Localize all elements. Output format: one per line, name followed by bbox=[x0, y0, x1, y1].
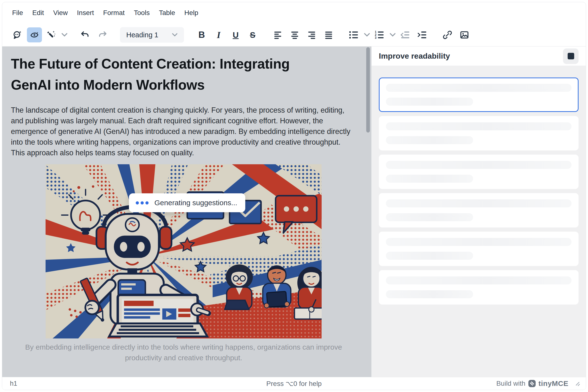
laptop-doodle bbox=[109, 295, 207, 336]
numbered-list-icon: 1 2 3 bbox=[374, 30, 385, 40]
ai-review-icon bbox=[30, 30, 39, 40]
bullet-list-button[interactable] bbox=[346, 28, 361, 42]
outdent-icon bbox=[400, 30, 410, 40]
redo-icon bbox=[98, 30, 107, 40]
numbered-list-button[interactable]: 1 2 3 bbox=[372, 28, 387, 42]
scrollbar-thumb[interactable] bbox=[366, 47, 370, 132]
branding: Build with tinyMCE bbox=[496, 380, 580, 388]
undo-button[interactable] bbox=[78, 28, 93, 42]
ai-review-button[interactable] bbox=[27, 28, 42, 42]
stop-generation-button[interactable] bbox=[563, 48, 578, 64]
menubar: File Edit View Insert Format Tools Table… bbox=[2, 2, 586, 24]
generating-label: Generating suggestions... bbox=[154, 199, 237, 207]
suggestion-skeleton-card[interactable] bbox=[379, 232, 578, 266]
align-right-button[interactable] bbox=[304, 28, 319, 42]
ai-chat-button[interactable] bbox=[10, 28, 25, 42]
generating-suggestions-toast: Generating suggestions... bbox=[129, 193, 245, 212]
svg-text:3: 3 bbox=[375, 36, 377, 40]
chevron-down-icon[interactable] bbox=[364, 33, 370, 37]
align-right-icon bbox=[307, 30, 317, 40]
sidebar-title: Improve readability bbox=[379, 52, 563, 60]
outdent-button[interactable] bbox=[398, 28, 413, 42]
strikethrough-button[interactable]: S bbox=[245, 28, 260, 42]
skeleton-bar bbox=[386, 84, 571, 92]
indent-button[interactable] bbox=[415, 28, 430, 42]
italic-button[interactable]: I bbox=[211, 28, 226, 42]
bold-button[interactable]: B bbox=[194, 28, 209, 42]
magic-wand-icon bbox=[47, 30, 56, 40]
align-center-button[interactable] bbox=[287, 28, 302, 42]
skeleton-bar bbox=[386, 98, 473, 106]
skeleton-bar bbox=[386, 175, 473, 183]
menu-file[interactable]: File bbox=[8, 6, 28, 20]
image-caption: By embedding intelligence directly into … bbox=[23, 342, 345, 363]
skeleton-bar bbox=[386, 252, 473, 260]
skeleton-bar bbox=[386, 276, 571, 284]
format-select-value: Heading 1 bbox=[126, 31, 158, 39]
image-icon bbox=[459, 30, 469, 40]
menu-tools[interactable]: Tools bbox=[129, 6, 154, 20]
skeleton-bar bbox=[386, 161, 571, 169]
menu-table[interactable]: Table bbox=[154, 6, 180, 20]
menu-help[interactable]: Help bbox=[180, 6, 203, 20]
brand-prefix: Build with bbox=[496, 380, 525, 388]
tinymce-logo-icon bbox=[528, 380, 536, 388]
align-justify-icon bbox=[324, 30, 333, 40]
document-figure: Generating suggestions... bbox=[46, 164, 322, 338]
editor-scrollbar bbox=[365, 46, 371, 377]
document-paragraph: The landscape of digital content creatio… bbox=[11, 105, 354, 158]
main-area: The Future of Content Creation: Integrat… bbox=[2, 46, 586, 377]
editor-window: File Edit View Insert Format Tools Table… bbox=[2, 2, 586, 390]
bullet-list-icon bbox=[349, 30, 359, 40]
editor-canvas[interactable]: The Future of Content Creation: Integrat… bbox=[2, 46, 365, 377]
indent-icon bbox=[417, 30, 427, 40]
sidebar-header: Improve readability bbox=[372, 46, 586, 66]
skeleton-bar bbox=[386, 238, 571, 246]
skeleton-bar bbox=[386, 122, 571, 130]
document-title: The Future of Content Creation: Integrat… bbox=[11, 53, 356, 96]
suggestion-skeleton-card[interactable] bbox=[379, 78, 578, 112]
chevron-down-icon bbox=[172, 33, 178, 37]
suggestion-skeleton-card[interactable] bbox=[379, 193, 578, 228]
suggestion-skeleton-card[interactable] bbox=[379, 116, 578, 150]
toolbar: Heading 1 B I U S bbox=[2, 24, 586, 46]
suggestion-skeleton-card[interactable] bbox=[379, 270, 578, 304]
chevron-down-icon[interactable] bbox=[389, 33, 396, 37]
align-center-icon bbox=[290, 30, 300, 40]
link-button[interactable] bbox=[440, 28, 455, 42]
image-button[interactable] bbox=[457, 28, 472, 42]
suggestions-list bbox=[372, 66, 586, 377]
chevron-down-icon[interactable] bbox=[61, 33, 68, 37]
undo-icon bbox=[81, 30, 90, 40]
skeleton-bar bbox=[386, 136, 473, 144]
underline-button[interactable]: U bbox=[228, 28, 243, 42]
skeleton-bar bbox=[386, 290, 473, 298]
redo-button[interactable] bbox=[95, 28, 110, 42]
suggestion-skeleton-card[interactable] bbox=[379, 154, 578, 189]
ai-chat-icon bbox=[13, 30, 22, 40]
skeleton-bar bbox=[386, 200, 571, 208]
link-icon bbox=[443, 30, 452, 40]
skeleton-bar bbox=[386, 213, 473, 221]
menu-view[interactable]: View bbox=[49, 6, 72, 20]
align-left-button[interactable] bbox=[270, 28, 285, 42]
menu-format[interactable]: Format bbox=[99, 6, 129, 20]
align-left-icon bbox=[273, 30, 283, 40]
brand-name: tinyMCE bbox=[538, 380, 568, 388]
resize-handle-icon[interactable] bbox=[574, 380, 580, 387]
menu-edit[interactable]: Edit bbox=[28, 6, 49, 20]
menu-insert[interactable]: Insert bbox=[73, 6, 99, 20]
ai-shortcuts-button[interactable] bbox=[44, 28, 59, 42]
content-illustration[interactable] bbox=[46, 164, 322, 338]
format-select[interactable]: Heading 1 bbox=[120, 27, 184, 43]
align-justify-button[interactable] bbox=[321, 28, 336, 42]
loading-dots bbox=[136, 201, 149, 204]
statusbar: h1 Press ⌥0 for help Build with tinyMCE bbox=[2, 377, 586, 390]
stop-icon bbox=[568, 53, 574, 59]
ai-sidebar: Improve readability bbox=[371, 46, 586, 377]
